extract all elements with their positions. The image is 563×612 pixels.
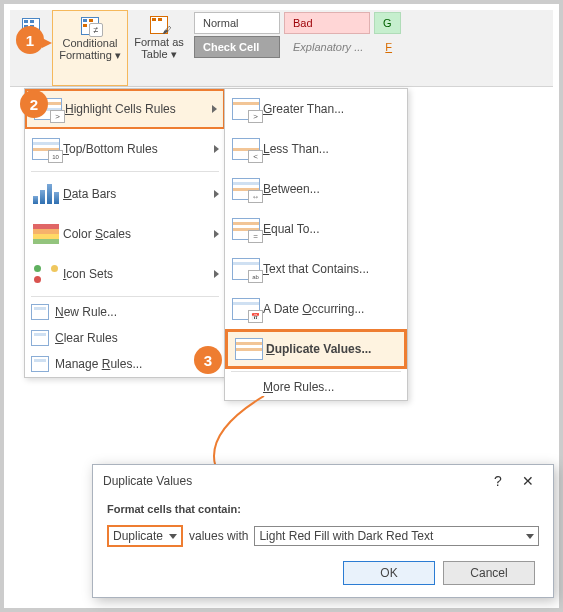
menu-item-label: Highlight Cells Rules	[65, 102, 206, 116]
menu-top-bottom-rules[interactable]: 10 Top/Bottom Rules	[25, 129, 225, 169]
clear-rules-icon	[31, 330, 49, 346]
duplicate-type-select[interactable]: Duplicate	[107, 525, 183, 547]
new-rule-icon	[31, 304, 49, 320]
duplicate-icon	[235, 338, 263, 360]
conditional-formatting-menu: > Highlight Cells Rules 10 Top/Bottom Ru…	[24, 88, 226, 378]
submenu-more-rules[interactable]: More Rules...	[225, 374, 407, 400]
chevron-right-icon	[214, 230, 219, 238]
dialog-help-button[interactable]: ?	[483, 473, 513, 489]
topbottom-icon: 10	[32, 138, 60, 160]
chevron-right-icon	[212, 105, 217, 113]
submenu-item-label: More Rules...	[263, 380, 401, 394]
style-normal[interactable]: Normal	[194, 12, 280, 34]
submenu-date-occurring[interactable]: 📅 A Date Occurring...	[225, 289, 407, 329]
conditional-formatting-label: ConditionalFormatting ▾	[59, 37, 121, 61]
greater-than-icon: >	[232, 98, 260, 120]
menu-item-label: Color Scales	[63, 227, 208, 241]
duplicate-values-dialog: Duplicate Values ? ✕ Format cells that c…	[92, 464, 554, 598]
databar-icon	[33, 184, 59, 204]
dialog-close-button[interactable]: ✕	[513, 473, 543, 489]
menu-item-label: New Rule...	[55, 305, 219, 319]
submenu-item-label: A Date Occurring...	[263, 302, 401, 316]
callout-1: 1	[16, 26, 44, 54]
submenu-text-contains[interactable]: ab Text that Contains...	[225, 249, 407, 289]
menu-icon-sets[interactable]: Icon Sets	[25, 254, 225, 294]
callout-3: 3	[194, 346, 222, 374]
menu-highlight-cells-rules[interactable]: > Highlight Cells Rules	[25, 89, 225, 129]
callout-2: 2	[20, 90, 48, 118]
dialog-title: Duplicate Values	[103, 474, 483, 488]
style-explanatory[interactable]: Explanatory ...	[284, 36, 372, 58]
chevron-right-icon	[214, 145, 219, 153]
cancel-button[interactable]: Cancel	[443, 561, 535, 585]
submenu-item-label: Less Than...	[263, 142, 401, 156]
dialog-instruction: Format cells that contain:	[107, 503, 539, 515]
format-as-table-button[interactable]: 🖌 Format asTable ▾	[128, 10, 190, 86]
ok-button[interactable]: OK	[343, 561, 435, 585]
style-good[interactable]: G	[374, 12, 401, 34]
submenu-item-label: Duplicate Values...	[266, 342, 398, 356]
submenu-duplicate-values[interactable]: Duplicate Values...	[225, 329, 407, 369]
chevron-right-icon	[214, 190, 219, 198]
values-with-label: values with	[189, 529, 248, 543]
iconset-icon	[33, 264, 59, 284]
style-bad[interactable]: Bad	[284, 12, 370, 34]
submenu-item-label: Text that Contains...	[263, 262, 401, 276]
conditional-formatting-icon: ≠	[79, 15, 101, 35]
menu-data-bars[interactable]: Data Bars	[25, 174, 225, 214]
style-followed-link[interactable]: F	[376, 36, 401, 58]
submenu-greater-than[interactable]: > Greater Than...	[225, 89, 407, 129]
menu-new-rule[interactable]: New Rule...	[25, 299, 225, 325]
menu-item-label: Data Bars	[63, 187, 208, 201]
date-icon: 📅	[232, 298, 260, 320]
ribbon: ≠ ConditionalFormatting ▾ 🖌 Format asTab…	[10, 10, 553, 87]
format-style-select[interactable]: Light Red Fill with Dark Red Text	[254, 526, 539, 546]
format-as-table-icon: 🖌	[148, 14, 170, 34]
between-icon: ⇿	[232, 178, 260, 200]
chevron-right-icon	[214, 270, 219, 278]
less-than-icon: <	[232, 138, 260, 160]
text-contains-icon: ab	[232, 258, 260, 280]
equal-to-icon: =	[232, 218, 260, 240]
submenu-between[interactable]: ⇿ Between...	[225, 169, 407, 209]
submenu-equal-to[interactable]: = Equal To...	[225, 209, 407, 249]
cell-styles-gallery[interactable]: Normal Bad G Check Cell Explanatory ... …	[190, 10, 553, 86]
menu-item-label: Icon Sets	[63, 267, 208, 281]
submenu-item-label: Greater Than...	[263, 102, 401, 116]
colorscale-icon	[33, 224, 59, 244]
menu-color-scales[interactable]: Color Scales	[25, 214, 225, 254]
manage-rules-icon	[31, 356, 49, 372]
style-check-cell[interactable]: Check Cell	[194, 36, 280, 58]
highlight-cells-submenu: > Greater Than... < Less Than... ⇿ Betwe…	[224, 88, 408, 401]
conditional-formatting-button[interactable]: ≠ ConditionalFormatting ▾	[52, 10, 128, 86]
submenu-item-label: Between...	[263, 182, 401, 196]
submenu-less-than[interactable]: < Less Than...	[225, 129, 407, 169]
menu-item-label: Clear Rules	[55, 331, 215, 345]
menu-clear-rules[interactable]: Clear Rules	[25, 325, 225, 351]
format-as-table-label: Format asTable ▾	[134, 36, 184, 60]
menu-item-label: Top/Bottom Rules	[63, 142, 208, 156]
submenu-item-label: Equal To...	[263, 222, 401, 236]
